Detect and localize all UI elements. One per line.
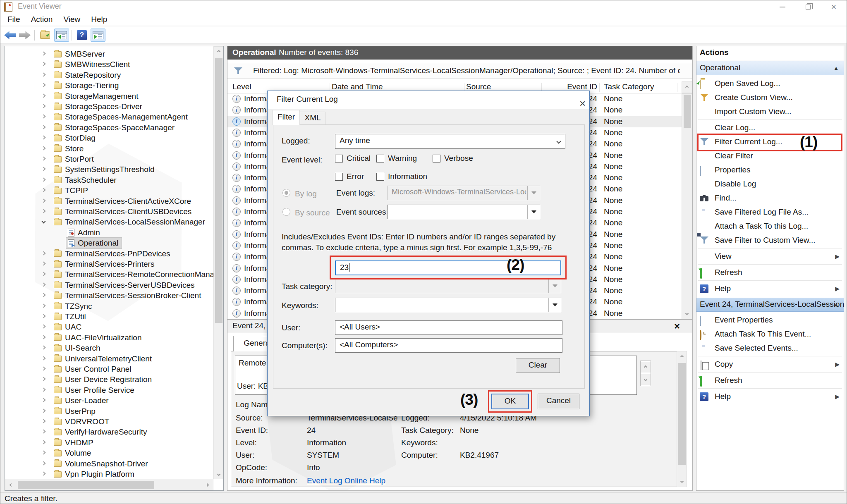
chevron-right-icon[interactable] [42,251,46,255]
chevron-right-icon[interactable] [42,451,46,455]
tree-item-body[interactable]: User Device Registration [52,374,155,385]
menu-action[interactable]: Action [26,14,58,24]
tree-item-body[interactable]: UI-Search [52,343,104,354]
menu-view[interactable]: View [58,14,86,24]
action-refresh[interactable]: Refresh [696,266,844,280]
scroll-down-button[interactable] [214,469,224,479]
tree-item[interactable]: UniversalTelemetryClient [5,354,214,364]
section-header-event[interactable]: Event 24, TerminalServices-LocalSessionM… [696,298,844,312]
checkbox-critical[interactable]: Critical [335,154,371,163]
menu-file[interactable]: File [2,14,26,24]
chevron-down-icon[interactable] [42,220,46,224]
chevron-right-icon[interactable] [42,198,46,203]
chevron-right-icon[interactable] [42,335,46,339]
chevron-right-icon[interactable] [42,461,46,465]
tab-xml[interactable]: XML [300,112,325,125]
tree-item-body[interactable]: TerminalServices-Printers [52,259,158,270]
tree-item-body[interactable]: TZUtil [52,311,89,322]
scroll-left-button[interactable] [6,480,16,490]
tree-item[interactable]: User Control Panel [5,364,214,375]
tree-item[interactable]: TerminalServices-ServerUSBDevices [5,280,214,291]
chevron-right-icon[interactable] [42,408,46,413]
checkbox-information[interactable]: Information [376,172,427,181]
tree-item[interactable]: VHDMP [5,437,214,448]
chevron-right-icon[interactable] [42,440,46,444]
by-log-radio[interactable] [282,189,290,197]
tree-item[interactable]: UI-Search [5,343,214,354]
keywords-select[interactable] [335,298,561,312]
tree-item[interactable]: User Device Registration [5,374,214,385]
tree-item[interactable]: UserPnp [5,406,214,417]
tree-item[interactable]: Operational [5,238,214,248]
scroll-up-button[interactable] [641,362,651,373]
scroll-down-button[interactable] [677,476,687,486]
tree-item[interactable]: TerminalServices-Printers [5,259,214,270]
tree-item-body[interactable]: Store [52,143,87,154]
forward-button[interactable] [18,29,32,42]
tree-item[interactable]: TerminalServices-PnPDevices [5,248,214,259]
chevron-right-icon[interactable] [42,398,46,402]
chevron-right-icon[interactable] [42,115,46,119]
toggle-action-pane-button[interactable] [91,29,105,42]
event-ids-input[interactable]: 23 [335,260,561,275]
action-help[interactable]: ?Help▶ [696,282,844,296]
tree-item-body[interactable]: StorageSpaces-ManagementAgent [52,112,191,122]
tree-item-body[interactable]: Storage-Tiering [52,80,122,91]
tree-item[interactable]: StorageSpaces-SpaceManager [5,122,214,133]
action-save-filter-to-custom-view[interactable]: Save Filter to Custom View... [696,234,844,248]
chevron-right-icon[interactable] [42,419,46,423]
tree-item-body[interactable]: TerminalServices-RemoteConnectionManager [52,269,224,280]
tab-filter[interactable]: Filter [273,110,300,125]
computers-input[interactable]: <All Computers> [335,338,562,353]
chevron-right-icon[interactable] [42,293,46,297]
message-box-scrollbar[interactable] [640,361,651,386]
tree-item-body[interactable]: TerminalServices-ClientActiveXCore [52,196,194,207]
tree-item-body[interactable]: UserPnp [52,406,99,417]
chevron-right-icon[interactable] [42,282,46,287]
tree-item[interactable]: TerminalServices-ClientUSBDevices [5,206,214,217]
tree-item[interactable]: Store [5,143,214,154]
column-header-level[interactable]: Level [232,82,251,91]
chevron-right-icon[interactable] [42,272,46,276]
chevron-right-icon[interactable] [42,472,46,476]
checkbox-box[interactable] [335,155,343,162]
action-attach-task-to-this-event[interactable]: Attach Task To This Event... [696,327,844,342]
action-find[interactable]: Find... [696,191,844,205]
chevron-right-icon[interactable] [42,136,46,140]
tree-item-body[interactable]: VDRVROOT [52,416,112,427]
event-sources-select[interactable] [387,205,540,219]
checkbox-error[interactable]: Error [335,172,364,181]
tree-item[interactable]: StorPort [5,154,214,165]
tree-item-body[interactable]: StateRepository [52,70,124,81]
ok-button[interactable]: OK [491,394,529,409]
column-header-task-category[interactable]: Task Category [604,82,654,91]
action-properties[interactable]: Properties [696,163,844,177]
section-header-operational[interactable]: Operational▲ [696,61,844,75]
chevron-right-icon[interactable] [42,177,46,182]
preview-close-icon[interactable]: × [674,320,680,332]
action-import-custom-view[interactable]: Import Custom View... [696,105,844,119]
tree-item[interactable]: TerminalServices-RemoteConnectionManager [5,269,214,280]
chevron-right-icon[interactable] [42,157,46,161]
tree-horizontal-scrollbar[interactable] [5,479,213,490]
tree-item-body[interactable]: StorDiag [52,133,99,143]
tree-item[interactable]: TerminalServices-LocalSessionManager [5,217,214,227]
tree-item[interactable]: VDRVROOT [5,416,214,427]
logged-select[interactable]: Any time [335,134,565,149]
user-input[interactable]: <All Users> [335,320,562,335]
checkbox-box[interactable] [376,173,384,181]
tree-item[interactable]: TerminalServices-ClientActiveXCore [5,196,214,207]
scroll-right-button[interactable] [202,480,212,490]
clear-button[interactable]: Clear [516,358,560,373]
tree-item-body[interactable]: StorPort [52,154,97,165]
tree-item-body[interactable]: Admin [66,227,103,238]
action-clear-filter[interactable]: Clear Filter [696,149,844,163]
chevron-right-icon[interactable] [42,125,46,129]
tree-item[interactable]: SMBServer [5,49,214,60]
help-button[interactable]: ? [75,29,89,42]
tree-item-body[interactable]: TZSync [52,301,95,312]
tree-item-body[interactable]: SystemSettingsThreshold [52,164,158,175]
chevron-right-icon[interactable] [42,325,46,329]
column-header-date-and-time[interactable]: Date and Time [332,82,383,91]
cancel-button[interactable]: Cancel [538,394,579,409]
